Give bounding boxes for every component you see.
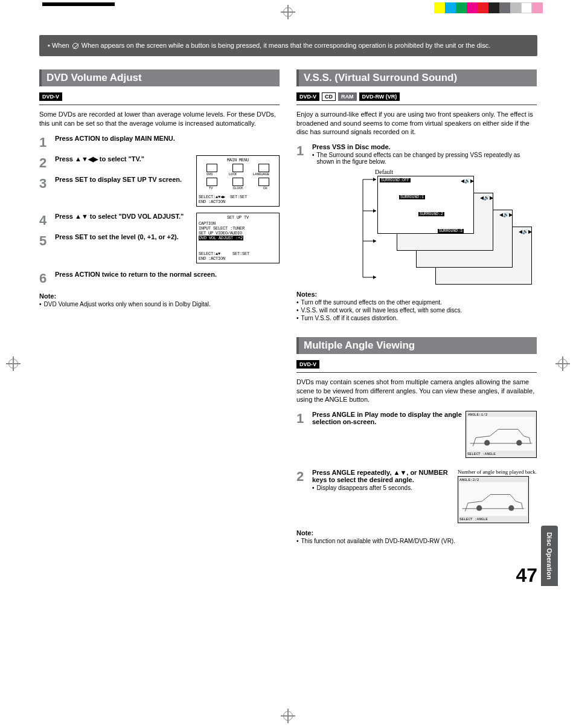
reg-cross-bottom	[281, 709, 295, 723]
vss-notes-h: Notes:	[296, 291, 537, 298]
right-column: V.S.S. (Virtual Surround Sound) DVD-V CD…	[296, 69, 537, 544]
vss-step-1: 1 Press VSS in Disc mode. •The Surround …	[296, 143, 537, 165]
vss-header: V.S.S. (Virtual Surround Sound)	[296, 69, 537, 86]
callout-text: When appears on the screen while a butto…	[82, 42, 491, 49]
left-column: DVD Volume Adjust DVD-V Some DVDs are re…	[39, 69, 280, 544]
angle-note-h: Note:	[296, 529, 537, 536]
badge-dvdv: DVD-V	[39, 92, 62, 101]
reg-cross-left	[6, 356, 21, 371]
badge-row: DVD-V	[39, 92, 280, 101]
svg-point-2	[476, 505, 482, 511]
car-icon	[459, 482, 527, 516]
step-4: 4 Press ▲▼ to select "DVD VOL ADJUST."	[39, 213, 193, 228]
speaker-icon: ◀🔊▶	[519, 229, 532, 234]
step-3: 3 Press SET to display SET UP TV screen.	[39, 176, 193, 192]
step-6: 6 Press ACTION twice to return to the no…	[39, 271, 280, 286]
step-1: 1 Press ACTION to display MAIN MENU.	[39, 135, 280, 150]
prohibited-icon	[72, 43, 78, 49]
car-icon	[467, 417, 535, 451]
vss-intro: Enjoy a surround-like effect if you are …	[296, 110, 537, 136]
vss-arrows	[360, 175, 379, 283]
page-number: 47	[516, 564, 537, 587]
dvd-vol-header: DVD Volume Adjust	[39, 69, 280, 86]
prohibited-callout: • When When appears on the screen while …	[39, 35, 537, 56]
speaker-icon: ◀🔊▶	[499, 212, 513, 217]
dvd-vol-intro: Some DVDs are recorded at lower than ave…	[39, 110, 280, 127]
vss-diagram: Default SURROUND:OFF SURROUND:1 SURROUND…	[296, 170, 537, 285]
step-2: 2 Press ▲▼◀▶ to select "TV."	[39, 155, 193, 171]
angle-osd-1: ANGLE:1/2 SELECT :ANGLE	[466, 411, 537, 458]
page-content: • When When appears on the screen while …	[39, 35, 537, 544]
section-tab: Disc Operation	[541, 526, 558, 586]
angle-header: Multiple Angle Viewing	[296, 337, 537, 354]
print-registration-top	[0, 0, 576, 17]
osd-setup-tv: SET UP TV CAPTION INPUT SELECT :TUNER SE…	[196, 213, 280, 263]
svg-point-1	[516, 440, 522, 445]
reg-cross-right	[555, 356, 570, 371]
step-5: 5 Press SET to set the level (0, +1, or …	[39, 233, 193, 249]
angle-step-2: 2 Press ANGLE repeatedly, ▲▼, or NUMBER …	[296, 469, 454, 491]
speaker-icon: ◀🔊▶	[461, 178, 474, 184]
speaker-icon: ◀🔊▶	[480, 195, 493, 201]
angle-caption: Number of angle being played back.	[458, 469, 537, 475]
note-heading: Note:	[39, 292, 280, 300]
svg-point-0	[484, 440, 490, 445]
angle-osd-2: ANGLE:2/2 SELECT :ANGLE	[458, 476, 529, 523]
svg-point-3	[508, 505, 514, 511]
angle-step-1: 1 Press ANGLE in Play mode to display th…	[296, 411, 462, 427]
vss-badges: DVD-V CD RAM DVD-RW (VR)	[296, 92, 537, 101]
osd-main-menu: MAIN MENU DVDLOCKLANGUAGE TVCLOCKCH SELE…	[196, 155, 280, 207]
angle-intro: DVDs may contain scenes shot from multip…	[296, 378, 537, 404]
